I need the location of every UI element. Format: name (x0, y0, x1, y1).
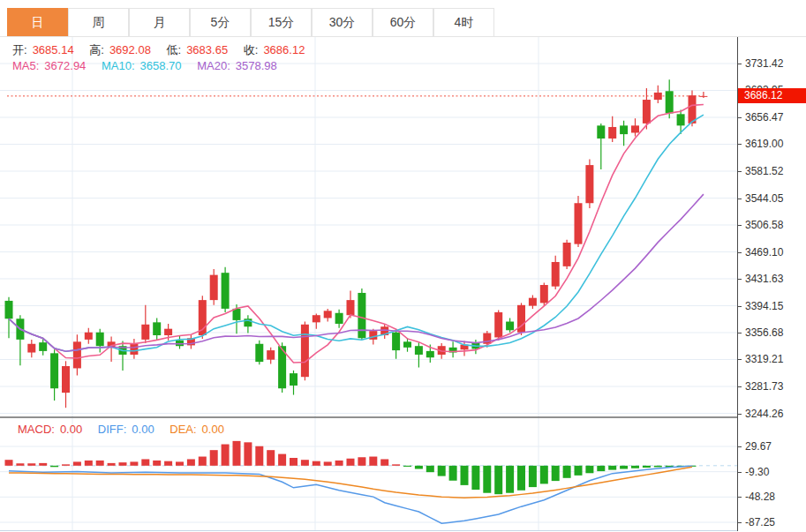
tab-4hour[interactable]: 4时 (433, 8, 494, 36)
axis-tick (738, 171, 742, 172)
ma5-label: MA5: (12, 59, 39, 72)
axis-tick (738, 333, 742, 333)
high-value: 3692.08 (109, 43, 151, 56)
ohlc-legend: 开:3685.14 高:3692.08 低:3683.65 收:3686.12 (12, 42, 310, 58)
axis-tick (738, 446, 742, 447)
tab-day[interactable]: 日 (7, 8, 68, 36)
ma20-line (9, 194, 704, 351)
open-value: 3685.14 (33, 43, 74, 56)
axis-tick (738, 414, 742, 415)
axis-tick (738, 497, 742, 498)
axis-tick-label: -87.25 (745, 516, 775, 528)
axis-tick-label: 3319.21 (745, 353, 783, 365)
axis-tick (738, 306, 742, 307)
macd-label: MACD: (18, 423, 55, 436)
ma5-line (9, 105, 704, 363)
axis-tick-label: 3506.58 (745, 219, 783, 231)
open-label: 开: (12, 43, 27, 56)
axis-tick-label: 3581.52 (745, 165, 783, 177)
ma5-value: 3672.94 (44, 59, 86, 72)
tab-30min[interactable]: 30分 (312, 8, 373, 36)
current-price-tag: 3686.12 (738, 88, 806, 103)
tab-60min[interactable]: 60分 (373, 8, 433, 36)
axis-tick (738, 386, 742, 387)
close-value: 3686.12 (263, 43, 305, 56)
macd-legend: MACD:0.00 DIFF:0.00 DEA:0.00 (18, 423, 230, 436)
axis-tick (738, 279, 742, 280)
main-chart-canvas[interactable] (0, 36, 738, 418)
tab-15min[interactable]: 15分 (251, 8, 312, 36)
axis-tick (738, 225, 742, 226)
axis-tick-label: 29.67 (745, 440, 772, 453)
axis-tick (738, 522, 742, 523)
axis-tick-label: 3431.63 (745, 273, 783, 285)
tab-month[interactable]: 月 (129, 8, 190, 36)
macd-histogram-group (5, 441, 697, 494)
axis-tick (738, 117, 742, 118)
axis-tick (738, 144, 742, 145)
diff-value: 0.00 (132, 423, 154, 436)
axis-tick-label: 3356.68 (745, 326, 783, 339)
axis-tick-label: 3244.26 (745, 408, 783, 420)
axis-tick-label: 3619.00 (745, 138, 783, 150)
dea-label: DEA: (169, 423, 196, 436)
ma10-label: MA10: (102, 59, 135, 72)
axis-tick (738, 252, 742, 253)
tab-week[interactable]: 周 (68, 8, 129, 36)
axis-tick (738, 199, 742, 199)
ma-legend: MA5:3672.94 MA10:3658.70 MA20:3578.98 (12, 59, 282, 72)
low-label: 低: (167, 43, 182, 56)
axis-tick-label: 3281.73 (745, 380, 783, 393)
candles-group (5, 79, 708, 408)
axis-tick-label: -9.30 (745, 466, 769, 478)
kline-app: 日 周 月 5分 15分 30分 60分 4时 开:3685.14 高:3692… (0, 0, 806, 532)
axis-tick-label: 3544.05 (745, 192, 783, 205)
axis-tick-label: 3394.15 (745, 300, 783, 312)
macd-value: 0.00 (60, 423, 82, 436)
ma20-label: MA20: (197, 59, 230, 72)
ma20-value: 3578.98 (236, 59, 277, 72)
period-tabbar: 日 周 月 5分 15分 30分 60分 4时 (0, 0, 806, 37)
axis-tick (738, 64, 742, 64)
axis-tick-label: -48.28 (745, 491, 775, 503)
ma10-value: 3658.70 (140, 59, 182, 72)
axis-tick (738, 359, 742, 360)
axis-tick (738, 472, 742, 473)
high-label: 高: (89, 43, 104, 56)
close-label: 收: (244, 43, 259, 56)
axis-tick-label: 3469.10 (745, 246, 783, 259)
axis-tick-label: 3656.47 (745, 111, 783, 124)
price-axis: 3731.423693.953656.473619.003581.523544.… (738, 0, 806, 532)
low-value: 3683.65 (186, 43, 228, 56)
diff-label: DIFF: (98, 423, 127, 436)
axis-tick-label: 3731.42 (745, 57, 783, 70)
tab-5min[interactable]: 5分 (190, 8, 251, 36)
dea-value: 0.00 (202, 423, 224, 436)
